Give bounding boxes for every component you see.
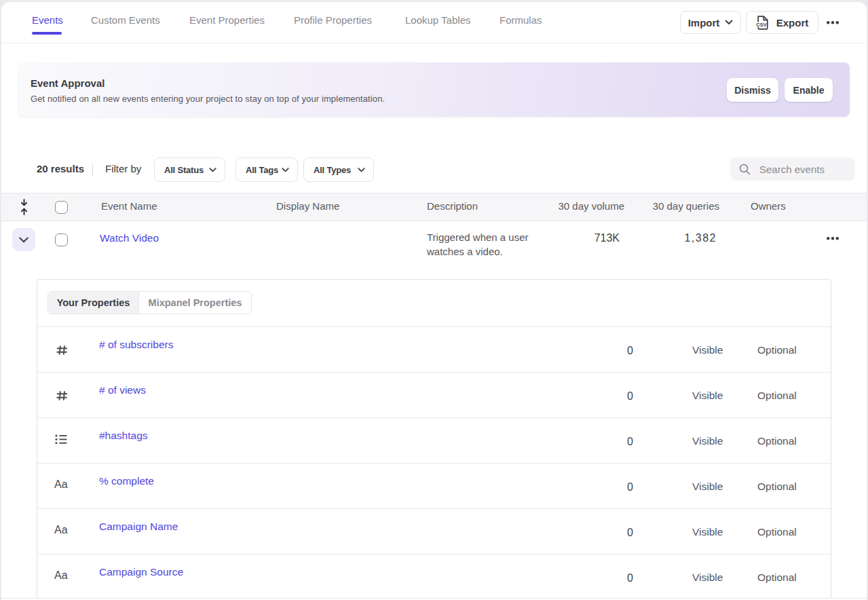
svg-text:CSV: CSV (756, 22, 767, 28)
